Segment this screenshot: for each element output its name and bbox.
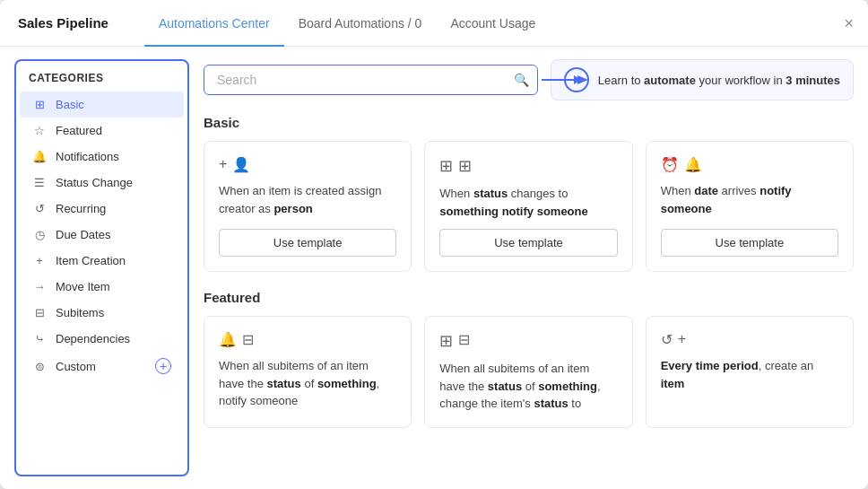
tab-account-usage[interactable]: Account Usage	[436, 1, 550, 47]
card-text: When all subitems of an item have the st…	[219, 357, 396, 413]
sidebar-item-custom[interactable]: ⊜ Custom +	[20, 352, 184, 380]
subitems-icon: ⊟	[32, 306, 47, 319]
card-text: Every time period, create an item	[661, 357, 838, 413]
card-icons: 🔔 ⊟	[219, 331, 396, 348]
table-icon-1: ⊞	[439, 156, 453, 176]
item-creation-icon: +	[32, 254, 47, 267]
sidebar-item-notifications[interactable]: 🔔 Notifications	[20, 144, 184, 170]
dependencies-icon: ⤷	[32, 332, 47, 345]
learn-automate-button[interactable]: Learn to automate your workflow in 3 min…	[551, 59, 854, 100]
sidebar-item-label: Basic	[56, 98, 84, 111]
tab-board-automations[interactable]: Board Automations / 0	[284, 1, 437, 47]
sidebar-item-due-dates[interactable]: ◷ Due Dates	[20, 222, 184, 248]
sidebar-item-label: Dependencies	[56, 332, 130, 345]
search-arrow-icon	[542, 71, 595, 89]
plus-icon-2: +	[678, 331, 686, 348]
sidebar-item-move-item[interactable]: → Move Item	[20, 274, 184, 300]
basic-cards-grid: + 👤 When an item is created assign creat…	[204, 141, 854, 272]
add-custom-icon[interactable]: +	[155, 358, 171, 374]
main-content: Categories ⊞ Basic ☆ Featured 🔔 Notifica…	[0, 47, 868, 489]
title-bar: Sales Pipeline Automations Center Board …	[0, 0, 868, 47]
use-template-button-3[interactable]: Use template	[661, 229, 838, 257]
sidebar-item-label: Move Item	[56, 280, 110, 293]
tab-automations-center[interactable]: Automations Center	[144, 1, 284, 47]
card-icons: ⊞ ⊟	[439, 331, 617, 351]
sidebar-item-label: Status Change	[56, 176, 133, 189]
sidebar-item-label: Subitems	[56, 306, 104, 319]
main-window: Sales Pipeline Automations Center Board …	[0, 0, 868, 489]
sidebar-item-featured[interactable]: ☆ Featured	[20, 118, 184, 144]
sidebar-item-subitems[interactable]: ⊟ Subitems	[20, 300, 184, 326]
svg-marker-1	[577, 75, 588, 84]
featured-card-1: 🔔 ⊟ When all subitems of an item have th…	[204, 316, 412, 428]
notifications-icon: 🔔	[32, 150, 47, 163]
due-dates-icon: ◷	[32, 228, 47, 241]
card-text: When an item is created assign creator a…	[219, 182, 396, 220]
use-template-button-2[interactable]: Use template	[439, 229, 617, 257]
card-icons: ⊞ ⊞	[439, 156, 617, 176]
sidebar-item-label: Due Dates	[56, 228, 110, 241]
table-icon-2: ⊞	[458, 156, 472, 176]
bell-icon-2: 🔔	[219, 331, 237, 348]
sidebar-item-label: Custom	[56, 360, 96, 373]
bell-icon: 🔔	[684, 156, 702, 173]
sidebar-item-recurring[interactable]: ↺ Recurring	[20, 196, 184, 222]
card-text: When status changes to something notify …	[439, 185, 617, 220]
sidebar-item-label: Item Creation	[56, 254, 126, 267]
table-icon-3: ⊞	[439, 331, 453, 351]
recurring-icon-2: ↺	[661, 331, 673, 348]
sidebar-item-basic[interactable]: ⊞ Basic	[20, 92, 184, 118]
move-item-icon: →	[32, 280, 47, 293]
content-top: 🔍 Learn to automate your workflow in 3 m…	[204, 59, 854, 100]
basic-card-2: ⊞ ⊞ When status changes to something not…	[424, 141, 632, 272]
search-input[interactable]	[204, 65, 538, 95]
sidebar-item-label: Notifications	[56, 150, 119, 163]
featured-card-3: ↺ + Every time period, create an item	[646, 316, 854, 428]
sidebar-item-status-change[interactable]: ☰ Status Change	[20, 170, 184, 196]
sidebar-header: Categories	[16, 72, 187, 92]
basic-card-1: + 👤 When an item is created assign creat…	[204, 141, 412, 272]
search-bar-container: 🔍	[204, 65, 538, 95]
card-icons: ⏰ 🔔	[661, 156, 838, 173]
tab-bar: Automations Center Board Automations / 0…	[144, 0, 550, 46]
card-text: When all subitems of an item have the st…	[439, 360, 617, 413]
sidebar-item-label: Recurring	[56, 202, 106, 215]
recurring-icon: ↺	[32, 202, 47, 215]
search-icon: 🔍	[514, 73, 529, 87]
sidebar-item-item-creation[interactable]: + Item Creation	[20, 248, 184, 274]
use-template-button-1[interactable]: Use template	[219, 229, 396, 257]
featured-icon: ☆	[32, 124, 47, 137]
status-change-icon: ☰	[32, 176, 47, 189]
basic-icon: ⊞	[32, 98, 47, 111]
basic-section-title: Basic	[204, 115, 854, 130]
featured-card-2: ⊞ ⊟ When all subitems of an item have th…	[424, 316, 632, 428]
sidebar-item-dependencies[interactable]: ⤷ Dependencies	[20, 326, 184, 352]
subitems-icon-2: ⊟	[242, 331, 254, 348]
close-button[interactable]: ×	[844, 13, 854, 32]
card-icons: + 👤	[219, 156, 396, 173]
basic-card-3: ⏰ 🔔 When date arrives notify someone Use…	[646, 141, 854, 272]
learn-btn-text: Learn to automate your workflow in 3 min…	[598, 74, 840, 87]
alarm-icon: ⏰	[661, 156, 679, 173]
card-text: When date arrives notify someone	[661, 182, 838, 220]
content-area: 🔍 Learn to automate your workflow in 3 m…	[189, 47, 868, 489]
app-title: Sales Pipeline	[18, 15, 108, 31]
sidebar: Categories ⊞ Basic ☆ Featured 🔔 Notifica…	[14, 59, 189, 476]
card-icons: ↺ +	[661, 331, 838, 348]
plus-icon: +	[219, 156, 227, 173]
featured-section-title: Featured	[204, 290, 854, 305]
sidebar-item-label: Featured	[56, 124, 102, 137]
person-icon: 👤	[232, 156, 250, 173]
subitems-icon-3: ⊟	[458, 331, 470, 351]
custom-icon: ⊜	[32, 360, 47, 373]
featured-cards-grid: 🔔 ⊟ When all subitems of an item have th…	[204, 316, 854, 428]
